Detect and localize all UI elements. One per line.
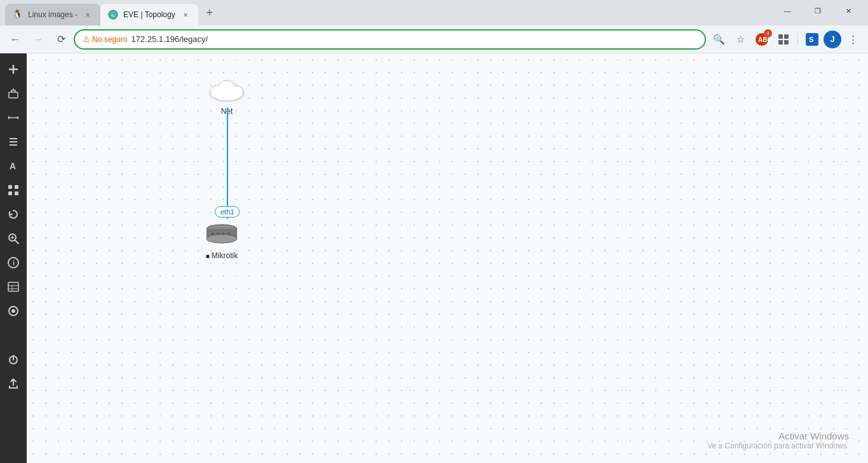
- tab-eve-topology[interactable]: ∿ EVE | Topology ✕: [100, 4, 198, 25]
- svg-point-50: [227, 233, 229, 235]
- maximize-button[interactable]: ❐: [803, 0, 832, 22]
- minimize-button[interactable]: —: [773, 0, 802, 22]
- main-content: A i: [0, 53, 868, 463]
- topology-canvas[interactable]: Net eth1: [27, 53, 868, 463]
- adblock-button[interactable]: ABP 4: [752, 29, 772, 50]
- svg-point-48: [217, 233, 219, 235]
- sidebar-item-info[interactable]: i: [3, 252, 24, 273]
- warning-icon: ⚠: [83, 34, 90, 44]
- activate-windows-watermark: Activar Windows Ve a Configuración para …: [707, 431, 849, 450]
- new-tab-button[interactable]: +: [201, 4, 219, 22]
- svg-point-47: [212, 233, 214, 235]
- svg-text:i: i: [13, 259, 15, 266]
- back-button[interactable]: ←: [5, 29, 25, 50]
- url-text: 172.25.1.196/legacy/: [131, 34, 208, 44]
- stop-icon: ■: [206, 252, 210, 259]
- divider: [797, 33, 798, 46]
- sidebar-item-list[interactable]: [3, 131, 24, 153]
- svg-point-49: [222, 233, 224, 235]
- chrome-menu-button[interactable]: ⋮: [843, 29, 863, 50]
- sidebar-item-refresh[interactable]: [3, 204, 24, 225]
- tab1-close-button[interactable]: ✕: [83, 10, 93, 20]
- sidebar-item-power[interactable]: [3, 349, 24, 370]
- topology-area: Net eth1: [27, 53, 868, 463]
- window-controls: — ❐ ✕: [773, 0, 868, 22]
- eth1-badge: eth1: [215, 206, 240, 218]
- activate-subtitle: Ve a Configuración para activar Windows.: [707, 441, 849, 450]
- profile-icon-sidebar[interactable]: S: [802, 29, 822, 50]
- router-icon: [203, 222, 241, 250]
- user-avatar-button[interactable]: J: [824, 31, 841, 48]
- svg-text:∿: ∿: [111, 13, 115, 18]
- extensions-button[interactable]: [773, 29, 794, 50]
- sidebar-item-check[interactable]: [3, 300, 24, 322]
- browser-frame: 🐧 Linux images - ✕ ∿ EVE | Topology ✕ + …: [0, 0, 868, 463]
- svg-rect-21: [8, 191, 12, 195]
- bookmark-button[interactable]: ☆: [730, 29, 750, 50]
- sidebar-item-grid[interactable]: [3, 179, 24, 201]
- sidebar-item-text[interactable]: A: [3, 155, 24, 177]
- svg-rect-22: [15, 191, 18, 195]
- title-bar: 🐧 Linux images - ✕ ∿ EVE | Topology ✕ + …: [0, 0, 868, 25]
- nav-bar: ← → ⟳ ⚠ No seguro 172.25.1.196/legacy/ 🔍…: [0, 25, 868, 53]
- svg-point-46: [207, 234, 237, 243]
- refresh-button[interactable]: ⟳: [51, 29, 71, 50]
- svg-rect-4: [778, 34, 783, 39]
- sidebar-item-export[interactable]: [3, 373, 24, 394]
- svg-rect-20: [15, 185, 18, 189]
- svg-point-43: [226, 86, 239, 95]
- tab1-favicon: 🐧: [13, 10, 23, 20]
- node-mikrotik[interactable]: ■ Mikrotik: [203, 222, 241, 260]
- sidebar-item-add[interactable]: [3, 59, 24, 80]
- cloud-icon: [205, 73, 249, 104]
- tab2-close-button[interactable]: ✕: [180, 10, 191, 20]
- svg-line-24: [15, 240, 18, 244]
- tab1-title: Linux images -: [28, 10, 78, 19]
- activate-title: Activar Windows: [707, 431, 849, 441]
- mikrotik-label-container: ■ Mikrotik: [206, 251, 238, 260]
- left-sidebar: A i: [0, 53, 27, 463]
- tab2-title: EVE | Topology: [123, 10, 175, 19]
- svg-text:S: S: [809, 36, 813, 43]
- forward-button[interactable]: →: [28, 29, 48, 50]
- sidebar-item-zoom[interactable]: [3, 228, 24, 249]
- sidebar-item-listalt[interactable]: [3, 276, 24, 298]
- adblock-badge: 4: [764, 29, 772, 38]
- svg-rect-7: [784, 40, 789, 45]
- nav-right-icons: 🔍 ☆ ABP 4 S J ⋮: [709, 29, 863, 50]
- security-warning: ⚠ No seguro: [83, 34, 127, 44]
- svg-rect-5: [784, 34, 789, 39]
- sidebar-item-arrows[interactable]: [3, 107, 24, 128]
- close-window-button[interactable]: ✕: [834, 0, 863, 22]
- svg-rect-19: [8, 185, 12, 189]
- svg-rect-12: [9, 92, 18, 98]
- connection-line: [227, 107, 228, 219]
- address-bar[interactable]: ⚠ No seguro 172.25.1.196/legacy/: [74, 29, 706, 50]
- tab2-favicon: ∿: [108, 10, 118, 20]
- tab-linux-images[interactable]: 🐧 Linux images - ✕: [5, 4, 100, 25]
- svg-text:A: A: [10, 161, 16, 171]
- security-label: No seguro: [92, 35, 127, 44]
- mikrotik-label: Mikrotik: [212, 251, 238, 260]
- zoom-button[interactable]: 🔍: [709, 29, 729, 50]
- sidebar-item-lab[interactable]: [3, 83, 24, 104]
- svg-rect-6: [778, 40, 783, 45]
- svg-rect-29: [8, 282, 18, 291]
- sidebar-item-moon[interactable]: [3, 324, 24, 346]
- svg-point-34: [11, 309, 15, 313]
